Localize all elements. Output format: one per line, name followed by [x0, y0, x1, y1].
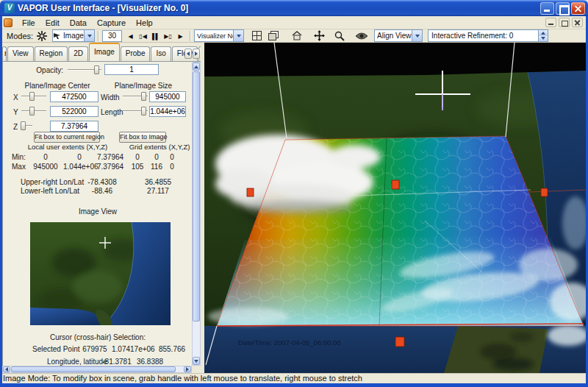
lower-left-lonlat-label: Lower-left Lon/Lat: [21, 187, 79, 195]
tab-iso[interactable]: Iso: [151, 46, 171, 61]
length-field[interactable]: 1.044e+06: [149, 106, 186, 117]
application-window: V VAPOR User Interface - [Visualizer No.…: [0, 0, 588, 387]
menu-capture[interactable]: Capture: [92, 18, 131, 28]
length-slider[interactable]: [123, 107, 148, 116]
panel-vertical-scrollbar[interactable]: [192, 62, 201, 366]
toolbar: Modes: Image 30 ◀ ▯◀ ▌▌ ▶▯ ▶ Visualizer …: [2, 29, 586, 43]
image-view-thumbnail[interactable]: [30, 222, 171, 325]
longitude-latitude-label: Longitude, latitude: [47, 358, 107, 366]
interactive-refinement-spinbox[interactable]: Interactive Refinement: 0: [428, 29, 548, 42]
mdi-minimize-button[interactable]: [545, 18, 556, 27]
menu-edit[interactable]: Edit: [40, 18, 65, 28]
spin-up-icon[interactable]: [539, 30, 548, 36]
tab-region[interactable]: Region: [35, 46, 68, 61]
thumbnail-map: [30, 222, 171, 325]
window-title: VAPOR User Interface - [Visualizer No. 0…: [18, 3, 188, 13]
play-forward-button[interactable]: ▶: [174, 30, 187, 42]
grid-extents-heading: Grid extents (X,Y,Z): [128, 143, 191, 151]
combo-arrow-icon[interactable]: [84, 30, 94, 41]
lower-left-lat: 27.117: [140, 187, 176, 195]
tab-image[interactable]: Image: [89, 43, 120, 61]
width-slider[interactable]: [123, 92, 148, 101]
latitude-value: 36.8388: [135, 358, 165, 366]
visualizer-canvas[interactable]: Date/Time: 2007-04-05_06:00:00: [204, 43, 586, 373]
visualizer-combo-value: Visualizer No. 0: [195, 32, 233, 40]
zoom-view-icon[interactable]: [333, 30, 346, 42]
vertical-scroll-thumb[interactable]: [193, 71, 200, 322]
new-visualizer-icon[interactable]: [267, 30, 280, 42]
plane-size-heading: Plane/Image Size: [104, 82, 182, 90]
maximize-button[interactable]: [556, 2, 570, 15]
plane-center-heading: Plane/Image Center: [16, 82, 98, 90]
minimize-button[interactable]: [540, 2, 554, 15]
tab-probe[interactable]: Probe: [121, 46, 151, 61]
mode-combo[interactable]: Image: [52, 29, 95, 42]
min-grid-y: 0: [147, 153, 166, 161]
image-tab-panel: n View Region 2D Image Probe Iso Flow DV…: [2, 43, 201, 373]
menu-data[interactable]: Data: [65, 18, 92, 28]
x-slider[interactable]: [21, 92, 46, 101]
x-center-field[interactable]: 472500: [50, 91, 98, 102]
mdi-close-button[interactable]: [572, 18, 583, 27]
refinement-label: Interactive Refinement: 0: [429, 32, 538, 40]
max-z: 7.37964: [94, 163, 126, 171]
max-x: 945000: [29, 163, 62, 171]
tab-scroll-left-icon[interactable]: [184, 49, 192, 59]
pause-button[interactable]: ▌▌: [149, 30, 162, 42]
lower-left-lon: -88.46: [85, 187, 119, 195]
combo-arrow-icon[interactable]: [233, 30, 243, 41]
step-back-button[interactable]: ▯◀: [137, 30, 149, 42]
scroll-up-icon[interactable]: [193, 63, 200, 71]
max-label: Max: [12, 163, 26, 171]
horizontal-scroll-thumb[interactable]: [11, 366, 176, 372]
local-extents-heading: Local user extents (X,Y,Z): [24, 143, 112, 151]
upper-right-lon: -78.4308: [85, 178, 119, 186]
tab-2d[interactable]: 2D: [68, 46, 88, 61]
move-view-icon[interactable]: [312, 30, 326, 42]
z-slider[interactable]: [21, 121, 32, 130]
fit-box-image-button[interactable]: Fit box to Image: [119, 132, 166, 143]
opacity-label: Opacity:: [22, 66, 63, 74]
scroll-right-icon[interactable]: [184, 366, 191, 372]
view-all-eye-icon[interactable]: [355, 30, 368, 42]
cursor-arrow-icon: [53, 30, 61, 42]
menu-help[interactable]: Help: [131, 18, 158, 28]
scroll-left-icon[interactable]: [3, 366, 10, 372]
x-label: X: [13, 93, 18, 102]
title-bar[interactable]: V VAPOR User Interface - [Visualizer No.…: [0, 0, 588, 16]
y-slider[interactable]: [21, 107, 46, 116]
fit-box-region-button[interactable]: Fit box to current region: [34, 132, 100, 143]
play-reverse-button[interactable]: ◀: [124, 30, 137, 42]
width-field[interactable]: 945000: [149, 91, 186, 102]
spin-down-icon[interactable]: [539, 36, 548, 42]
menu-file[interactable]: File: [17, 18, 40, 28]
close-button[interactable]: [571, 2, 585, 15]
max-grid-z: 0: [165, 163, 179, 171]
step-forward-button[interactable]: ▶▯: [162, 30, 174, 42]
navigation-mode-icon[interactable]: [35, 30, 49, 42]
home-viewpoint-icon[interactable]: [290, 30, 304, 42]
frame-number-field[interactable]: 30: [102, 30, 122, 42]
opacity-slider[interactable]: [68, 65, 101, 74]
y-center-field[interactable]: 522000: [50, 106, 98, 117]
tile-windows-icon[interactable]: [250, 30, 263, 42]
mdi-restore-button[interactable]: [559, 18, 570, 27]
min-label: Min:: [12, 153, 26, 161]
datetime-label: Date/Time: 2007-04-05_06:00:00: [238, 338, 341, 347]
opacity-field[interactable]: 1: [104, 64, 159, 75]
align-view-combo[interactable]: Align View: [374, 29, 423, 42]
window-border-bottom: [0, 383, 588, 387]
image-panel-body: Opacity: 1 Plane/Image Center Plane/Imag…: [2, 62, 192, 366]
combo-arrow-icon[interactable]: [412, 30, 422, 41]
panel-horizontal-scrollbar[interactable]: [2, 366, 192, 373]
tab-scroll-right-icon[interactable]: [193, 49, 200, 59]
visualizer-combo[interactable]: Visualizer No. 0: [194, 29, 244, 42]
z-center-field[interactable]: 7.37964: [50, 121, 98, 132]
tab-partial[interactable]: n: [2, 46, 7, 61]
scroll-down-icon[interactable]: [193, 357, 200, 365]
upper-right-lonlat-label: Upper-right Lon/Lat: [21, 178, 84, 186]
menu-bar: File Edit Data Capture Help: [2, 16, 586, 29]
tab-view[interactable]: View: [7, 46, 34, 61]
scene: Date/Time: 2007-04-05_06:00:00: [204, 43, 586, 373]
upper-right-lat: 36.4855: [140, 178, 176, 186]
